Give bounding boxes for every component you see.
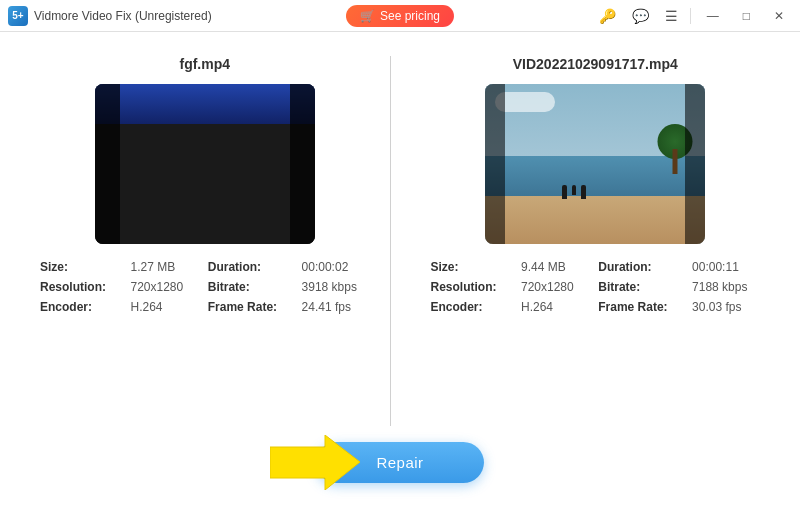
- right-framerate-value: 30.03 fps: [692, 300, 760, 314]
- see-pricing-button[interactable]: 🛒 See pricing: [346, 5, 454, 27]
- titlebar-actions: 🔑 💬 ☰ — □ ✕: [595, 6, 792, 26]
- right-duration-label: Duration:: [598, 260, 680, 274]
- maximize-button[interactable]: □: [735, 7, 758, 25]
- close-button[interactable]: ✕: [766, 7, 792, 25]
- right-encoder-label: Encoder:: [431, 300, 510, 314]
- svg-marker-0: [270, 435, 360, 490]
- left-duration-value: 00:00:02: [302, 260, 370, 274]
- left-size-label: Size:: [40, 260, 119, 274]
- left-duration-label: Duration:: [208, 260, 290, 274]
- left-bitrate-label: Bitrate:: [208, 280, 290, 294]
- key-icon-button[interactable]: 🔑: [595, 6, 620, 26]
- chat-icon-button[interactable]: 💬: [628, 6, 653, 26]
- right-framerate-label: Frame Rate:: [598, 300, 680, 314]
- left-video-panel: fgf.mp4 Enjoy the Moment ♦ Be Present ♦: [40, 56, 391, 426]
- left-filename: fgf.mp4: [179, 56, 230, 72]
- titlebar: 5+ Vidmore Video Fix (Unregistered) 🛒 Se…: [0, 0, 800, 32]
- left-video-thumbnail: Enjoy the Moment ♦ Be Present ♦: [95, 84, 315, 244]
- left-bitrate-value: 3918 kbps: [302, 280, 370, 294]
- titlebar-separator: [690, 8, 691, 24]
- logo-icon: 5+: [8, 6, 28, 26]
- left-framerate-label: Frame Rate:: [208, 300, 290, 314]
- app-name: Vidmore Video Fix (Unregistered): [34, 9, 212, 23]
- main-content: fgf.mp4 Enjoy the Moment ♦ Be Present ♦: [0, 32, 800, 511]
- right-resolution-label: Resolution:: [431, 280, 510, 294]
- right-video-panel: VID20221029091717.mp4: [391, 56, 761, 426]
- right-bitrate-label: Bitrate:: [598, 280, 680, 294]
- left-framerate-value: 24.41 fps: [302, 300, 370, 314]
- cart-icon: 🛒: [360, 9, 375, 23]
- left-info-table: Size: 1.27 MB Duration: 00:00:02 Resolut…: [40, 260, 370, 314]
- minimize-button[interactable]: —: [699, 7, 727, 25]
- repair-arrow-icon: [270, 435, 360, 490]
- left-size-value: 1.27 MB: [131, 260, 196, 274]
- right-size-label: Size:: [431, 260, 510, 274]
- left-resolution-value: 720x1280: [131, 280, 196, 294]
- left-resolution-label: Resolution:: [40, 280, 119, 294]
- titlebar-center: 🛒 See pricing: [346, 5, 454, 27]
- right-duration-value: 00:00:11: [692, 260, 760, 274]
- left-encoder-value: H.264: [131, 300, 196, 314]
- bottom-area: Repair: [40, 426, 760, 491]
- menu-icon-button[interactable]: ☰: [661, 6, 682, 26]
- app-logo: 5+ Vidmore Video Fix (Unregistered): [8, 6, 212, 26]
- right-info-table: Size: 9.44 MB Duration: 00:00:11 Resolut…: [431, 260, 761, 314]
- arrow-container: [270, 435, 360, 490]
- right-video-thumbnail: [485, 84, 705, 244]
- right-bitrate-value: 7188 kbps: [692, 280, 760, 294]
- right-encoder-value: H.264: [521, 300, 586, 314]
- left-encoder-label: Encoder:: [40, 300, 119, 314]
- video-panels: fgf.mp4 Enjoy the Moment ♦ Be Present ♦: [40, 56, 760, 426]
- right-size-value: 9.44 MB: [521, 260, 586, 274]
- right-filename: VID20221029091717.mp4: [513, 56, 678, 72]
- see-pricing-label: See pricing: [380, 9, 440, 23]
- right-resolution-value: 720x1280: [521, 280, 586, 294]
